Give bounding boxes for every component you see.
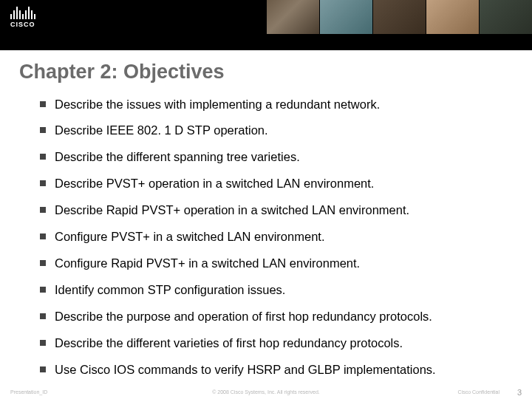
bullet-icon	[40, 287, 46, 293]
brand-logo: CISCO	[10, 4, 35, 28]
list-item: Configure Rapid PVST+ in a switched LAN …	[40, 250, 502, 277]
bullet-icon	[40, 127, 46, 133]
list-item: Configure PVST+ in a switched LAN enviro…	[40, 224, 502, 250]
bullet-icon	[40, 207, 46, 213]
list-item: Describe the different varieties of firs…	[40, 330, 502, 357]
bullet-icon	[40, 340, 46, 346]
list-item: Describe the different spanning tree var…	[40, 144, 502, 171]
bullet-icon	[40, 154, 46, 160]
bullet-icon	[40, 233, 46, 239]
slide-title: Chapter 2: Objectives	[0, 50, 532, 91]
bullet-text: Configure PVST+ in a switched LAN enviro…	[55, 230, 324, 244]
bullet-icon	[40, 260, 46, 266]
footer: Presentation_ID © 2008 Cisco Systems, In…	[0, 383, 532, 399]
brand-text: CISCO	[10, 21, 35, 28]
header-band: CISCO	[0, 0, 532, 50]
bullet-text: Describe the issues with implementing a …	[55, 98, 380, 112]
bullet-text: Describe the different varieties of firs…	[55, 336, 403, 350]
bullet-list: Describe the issues with implementing a …	[0, 91, 532, 383]
logo-bars-icon	[10, 4, 35, 19]
bullet-text: Describe the purpose and operation of fi…	[55, 310, 432, 324]
confidential-text: Cisco Confidential	[458, 389, 499, 395]
list-item: Use Cisco IOS commands to verify HSRP an…	[40, 357, 502, 383]
list-item: Describe the issues with implementing a …	[40, 91, 502, 117]
bullet-text: Describe the different spanning tree var…	[55, 150, 300, 164]
list-item: Describe IEEE 802. 1 D STP operation.	[40, 117, 502, 144]
bullet-icon	[40, 313, 46, 319]
bullet-text: Describe PVST+ operation in a switched L…	[55, 177, 374, 191]
bullet-text: Use Cisco IOS commands to verify HSRP an…	[55, 363, 436, 377]
header-photo-strip	[266, 0, 532, 34]
bullet-text: Configure Rapid PVST+ in a switched LAN …	[55, 256, 360, 270]
bullet-icon	[40, 366, 46, 372]
page-number: 3	[517, 388, 522, 397]
bullet-icon	[40, 180, 46, 186]
list-item: Describe the purpose and operation of fi…	[40, 304, 502, 330]
bullet-text: Describe Rapid PVST+ operation in a swit…	[55, 203, 409, 217]
list-item: Describe PVST+ operation in a switched L…	[40, 171, 502, 197]
presentation-id: Presentation_ID	[10, 389, 47, 395]
slide: CISCO Chapter 2: Objectives Describe the…	[0, 0, 532, 399]
bullet-text: Describe IEEE 802. 1 D STP operation.	[55, 123, 268, 137]
list-item: Identify common STP configuration issues…	[40, 277, 502, 304]
copyright-text: © 2008 Cisco Systems, Inc. All rights re…	[212, 389, 320, 395]
bullet-icon	[40, 101, 46, 107]
list-item: Describe Rapid PVST+ operation in a swit…	[40, 197, 502, 224]
bullet-text: Identify common STP configuration issues…	[55, 283, 285, 297]
